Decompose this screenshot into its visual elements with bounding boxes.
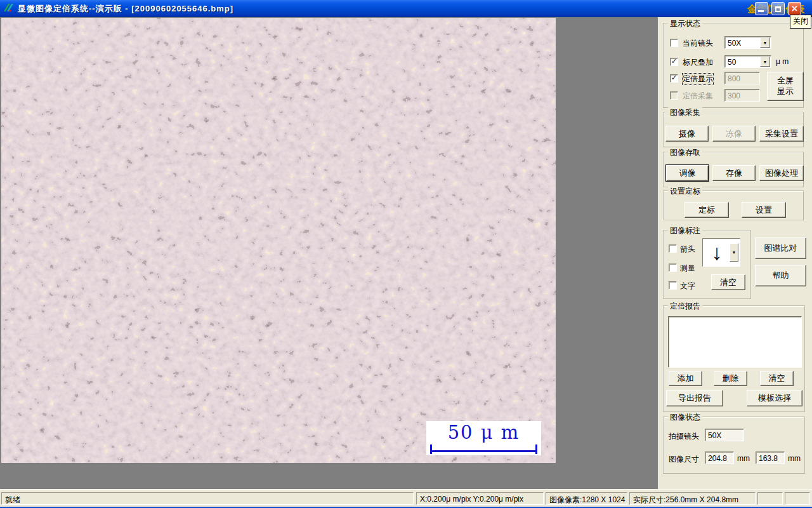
- group-title: 图像存取: [668, 147, 702, 158]
- ruler-unit-label: μ m: [776, 57, 789, 66]
- group-display-status: 显示状态 当前镜头 50X ▼ ✓ 标尺叠加 50 ▼ μ m ✓ 定倍显示 8…: [663, 23, 804, 108]
- group-title: 图像采集: [668, 107, 702, 118]
- title-bar: 显微图像定倍系统--演示版 - [20090602055646.bmp] 金华仪…: [0, 0, 812, 17]
- group-annotation: 图像标注 箭头 ↓ ▼ 测量 文字 清空: [663, 230, 751, 299]
- height-unit-label: mm: [788, 454, 801, 463]
- report-add-button[interactable]: 添加: [669, 371, 702, 386]
- export-report-button[interactable]: 导出报告: [666, 390, 723, 406]
- scale-bar-overlay: 50 μ m: [426, 421, 541, 455]
- application-window: 显微图像定倍系统--演示版 - [20090602055646.bmp] 金华仪…: [0, 0, 812, 508]
- group-calibration: 设置定标 定标 设置: [663, 190, 804, 220]
- fixed-display-field: 800: [724, 72, 760, 84]
- close-button[interactable]: ×: [788, 2, 801, 15]
- text-checkbox[interactable]: [669, 281, 677, 290]
- chevron-down-icon[interactable]: ▼: [730, 243, 738, 262]
- arrow-checkbox[interactable]: [669, 244, 677, 253]
- lens-label: 拍摄镜头: [669, 431, 699, 442]
- ruler-overlay-label: 标尺叠加: [683, 57, 713, 68]
- calib-settings-button[interactable]: 设置: [742, 202, 786, 218]
- image-height-value: 163.8: [759, 454, 778, 463]
- status-pixel-scale: X:0.200μ m/pix Y:0.200μ m/pix: [416, 492, 544, 505]
- report-listbox[interactable]: [668, 316, 802, 368]
- current-lens-value: 50X: [728, 39, 741, 48]
- save-image-button[interactable]: 存像: [712, 165, 756, 181]
- status-ready: 就绪: [1, 492, 414, 505]
- group-title: 图像状态: [668, 412, 702, 423]
- group-title: 设置定标: [668, 186, 702, 197]
- fixed-capture-value: 300: [728, 91, 740, 100]
- atlas-compare-button[interactable]: 图谱比对: [755, 237, 806, 259]
- close-icon: ×: [792, 3, 797, 15]
- ruler-value-combo[interactable]: 50 ▼: [724, 55, 771, 68]
- image-width-field: 204.8: [705, 451, 734, 464]
- arrow-style-combo[interactable]: ↓ ▼: [702, 238, 740, 267]
- fixed-display-checkbox[interactable]: ✓: [670, 74, 678, 83]
- template-select-button[interactable]: 模板选择: [747, 390, 802, 406]
- group-title: 显示状态: [668, 18, 702, 29]
- close-tooltip: 关闭: [790, 15, 811, 29]
- group-image-status: 图像状态 拍摄镜头 50X 图像尺寸 204.8 mm 163.8 mm: [663, 417, 805, 474]
- image-process-button[interactable]: 图像处理: [759, 165, 804, 181]
- size-label: 图像尺寸: [669, 454, 699, 465]
- lens-value: 50X: [708, 431, 721, 440]
- report-clear-button[interactable]: 清空: [760, 371, 794, 386]
- chevron-down-icon[interactable]: ▼: [760, 57, 770, 67]
- fixed-display-value: 800: [728, 74, 740, 83]
- fullscreen-button[interactable]: 全屏显示: [767, 72, 804, 101]
- fixed-capture-label: 定倍采集: [683, 91, 713, 102]
- status-bar: 就绪 X:0.200μ m/pix Y:0.200μ m/pix 图像像素:12…: [0, 489, 812, 507]
- measure-label: 测量: [680, 263, 695, 274]
- control-panel: 显示状态 当前镜头 50X ▼ ✓ 标尺叠加 50 ▼ μ m ✓ 定倍显示 8…: [658, 17, 812, 489]
- load-image-button[interactable]: 调像: [666, 165, 709, 181]
- current-lens-label: 当前镜头: [683, 38, 713, 49]
- arrow-down-icon: ↓: [703, 239, 731, 266]
- restore-icon: [775, 6, 781, 12]
- calibrate-button[interactable]: 定标: [684, 202, 729, 218]
- window-title: 显微图像定倍系统--演示版 - [20090602055646.bmp]: [18, 3, 233, 15]
- fixed-display-label: 定倍显示: [683, 74, 713, 84]
- capture-settings-button[interactable]: 采集设置: [759, 126, 804, 142]
- status-empty-panel: [757, 492, 783, 505]
- restore-button[interactable]: [771, 2, 785, 15]
- micrograph-viewport[interactable]: 50 μ m: [1, 18, 556, 463]
- check-icon: ✓: [671, 57, 677, 65]
- group-image-storage: 图像存取 调像 存像 图像处理: [663, 152, 804, 187]
- text-label: 文字: [680, 281, 695, 291]
- width-unit-label: mm: [737, 454, 750, 463]
- group-title: 图像标注: [668, 225, 702, 236]
- help-button[interactable]: 帮助: [755, 265, 806, 286]
- measure-checkbox[interactable]: [669, 264, 677, 272]
- image-width-value: 204.8: [708, 454, 727, 463]
- status-empty-panel: [785, 492, 810, 505]
- minimize-icon: [758, 10, 764, 12]
- arrow-label: 箭头: [680, 244, 695, 255]
- group-image-capture: 图像采集 摄像 冻像 采集设置: [663, 112, 804, 147]
- status-actual-size: 实际尺寸:256.0mm X 204.8mm: [629, 492, 756, 505]
- camera-button[interactable]: 摄像: [665, 126, 709, 142]
- lens-field: 50X: [705, 429, 744, 441]
- fixed-capture-field: 300: [724, 89, 760, 102]
- image-height-field: 163.8: [756, 451, 785, 464]
- micrograph-image: [1, 18, 556, 463]
- ruler-value: 50: [728, 58, 736, 67]
- app-icon: [3, 3, 15, 14]
- current-lens-combo[interactable]: 50X ▼: [724, 36, 771, 49]
- ruler-overlay-checkbox[interactable]: ✓: [670, 58, 678, 66]
- scale-bar-line: [430, 444, 537, 454]
- group-title: 定倍报告: [668, 301, 702, 312]
- current-lens-checkbox[interactable]: [670, 39, 678, 47]
- chevron-down-icon[interactable]: ▼: [760, 37, 770, 48]
- minimize-button[interactable]: [755, 2, 768, 15]
- report-delete-button[interactable]: 删除: [714, 371, 747, 386]
- status-image-pixels: 图像像素:1280 X 1024: [546, 492, 627, 505]
- freeze-button: 冻像: [712, 126, 756, 142]
- fixed-capture-checkbox: [670, 91, 678, 100]
- group-report: 定倍报告 添加 删除 清空 导出报告 模板选择: [663, 305, 805, 412]
- scale-bar-label: 50 μ m: [426, 422, 541, 443]
- annotation-clear-button[interactable]: 清空: [711, 274, 745, 290]
- check-icon: ✓: [671, 74, 677, 82]
